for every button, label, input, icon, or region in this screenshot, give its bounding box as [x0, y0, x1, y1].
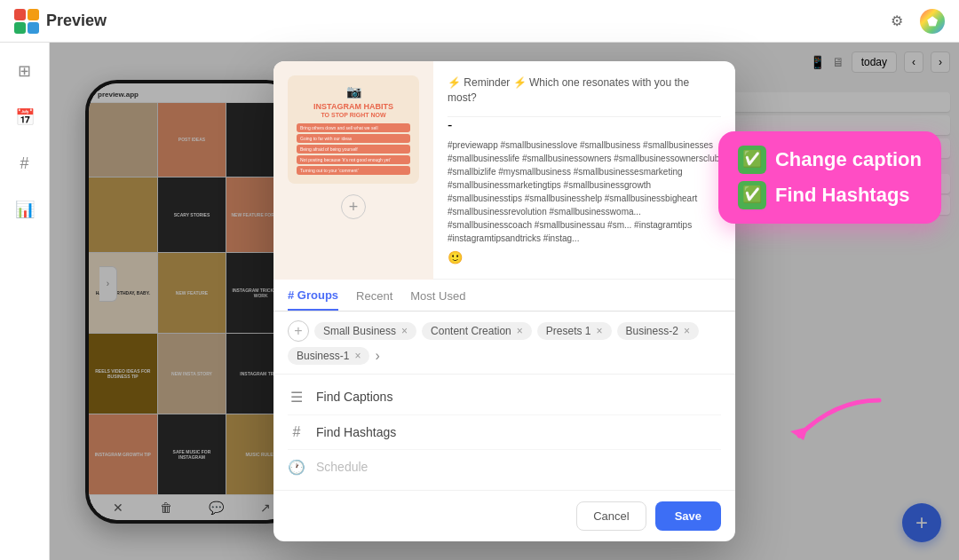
- callout-text-2: Find Hashtags: [775, 183, 910, 209]
- more-tags-button[interactable]: ›: [375, 348, 379, 364]
- tag-chip-presets-1: Presets 1 ×: [537, 322, 612, 340]
- tag-label-small-business: Small Business: [323, 325, 396, 337]
- tag-chip-business-1: Business-1 ×: [288, 347, 369, 365]
- schedule-icon: 🕐: [288, 459, 305, 476]
- tag-label-presets-1: Presets 1: [546, 325, 591, 337]
- modal-image-section: 📷 INSTAGRAM HABITS TO STOP RIGHT NOW Bri…: [273, 61, 433, 280]
- post-card: 📷 INSTAGRAM HABITS TO STOP RIGHT NOW Bri…: [288, 75, 419, 184]
- sidebar-icon-hashtag[interactable]: #: [11, 149, 39, 177]
- post-card-item-4: Not posting because 'it's not good enoug…: [297, 155, 410, 164]
- schedule-item[interactable]: 🕐 Schedule: [288, 450, 721, 485]
- post-card-item-5: Turning out to your 'comment': [297, 166, 410, 175]
- post-card-item-2: Going to far with our ideas: [297, 134, 410, 143]
- tab-groups[interactable]: # Groups: [288, 288, 338, 311]
- find-captions-item[interactable]: ☰ Find Captions: [288, 380, 721, 415]
- tag-label-content-creation: Content Creation: [431, 325, 511, 337]
- hashtag-icon: #: [288, 424, 305, 440]
- sidebar-icon-grid[interactable]: ⊞: [11, 57, 39, 85]
- modal-footer: Cancel Save: [273, 490, 735, 541]
- instagram-icon: 📷: [297, 84, 410, 99]
- tag-remove-small-business[interactable]: ×: [401, 325, 408, 337]
- tag-remove-business-2[interactable]: ×: [684, 325, 690, 337]
- app-logo: Preview: [14, 9, 107, 34]
- modal-dialog: 📷 INSTAGRAM HABITS TO STOP RIGHT NOW Bri…: [273, 61, 735, 541]
- tag-chip-content-creation: Content Creation ×: [422, 322, 532, 340]
- tag-chip-business-2: Business-2 ×: [617, 322, 699, 340]
- modal-tags-row: + Small Business × Content Creation × Pr…: [273, 312, 735, 375]
- add-tag-button[interactable]: +: [288, 320, 309, 342]
- modal-overlay: 📷 INSTAGRAM HABITS TO STOP RIGHT NOW Bri…: [50, 43, 959, 560]
- modal-caption-section: ⚡ Reminder ⚡ Which one resonates with yo…: [433, 61, 735, 280]
- topbar: Preview ⚙ ⬟: [0, 0, 959, 43]
- callout-text-1: Change caption: [775, 147, 922, 173]
- sidebar-icon-calendar[interactable]: 📅: [11, 103, 39, 131]
- emoji-button[interactable]: 🙂: [448, 250, 463, 264]
- save-button[interactable]: Save: [655, 501, 721, 531]
- sidebar-icon-analytics[interactable]: 📊: [11, 195, 39, 224]
- tag-chip-small-business: Small Business ×: [314, 322, 416, 340]
- modal-tabs: # Groups Recent Most Used: [273, 280, 735, 312]
- check-icon-2: ✅: [738, 181, 766, 209]
- caption-divider: -: [448, 116, 721, 133]
- tag-remove-business-1[interactable]: ×: [354, 350, 361, 362]
- find-hashtags-label: Find Hashtags: [316, 425, 396, 439]
- tab-most-used[interactable]: Most Used: [410, 289, 465, 310]
- add-image-button[interactable]: +: [341, 194, 366, 219]
- settings-icon[interactable]: ⚙: [884, 9, 909, 34]
- check-icon-1: ✅: [738, 146, 766, 174]
- left-sidebar: ⊞ 📅 # 📊: [0, 43, 50, 560]
- callout-line-1: ✅ Change caption: [738, 146, 922, 174]
- app-title: Preview: [46, 12, 107, 30]
- captions-icon: ☰: [288, 389, 305, 406]
- schedule-label: Schedule: [316, 460, 368, 474]
- post-card-list: Bring others down and sell what we sell …: [297, 123, 410, 175]
- post-card-item-3: Being afraid of being yourself: [297, 145, 410, 154]
- main-layout: ⊞ 📅 # 📊 preview.app POST IDEAS SCARY STO…: [0, 43, 959, 560]
- tag-label-business-1: Business-1: [297, 350, 349, 362]
- logo-grid-icon: [14, 9, 39, 34]
- modal-top: 📷 INSTAGRAM HABITS TO STOP RIGHT NOW Bri…: [273, 61, 735, 280]
- modal-menu-items: ☰ Find Captions # Find Hashtags 🕐 Schedu…: [273, 375, 735, 490]
- caption-text[interactable]: #previewapp #smallbusinesslove #smallbus…: [448, 138, 721, 245]
- cancel-button[interactable]: Cancel: [576, 501, 646, 531]
- callout-bubble: ✅ Change caption ✅ Find Hashtags: [718, 131, 941, 224]
- tag-remove-content-creation[interactable]: ×: [517, 325, 523, 337]
- find-captions-label: Find Captions: [316, 390, 392, 404]
- post-card-item-1: Bring others down and sell what we sell: [297, 123, 410, 132]
- find-hashtags-item[interactable]: # Find Hashtags: [288, 415, 721, 450]
- caption-reminder: ⚡ Reminder ⚡ Which one resonates with yo…: [448, 75, 721, 106]
- palette-icon[interactable]: ⬟: [920, 9, 945, 34]
- caption-footer: 🙂: [448, 250, 721, 264]
- post-card-subtitle: TO STOP RIGHT NOW: [297, 112, 410, 118]
- svg-marker-0: [790, 427, 808, 440]
- arrow-icon: [781, 383, 888, 454]
- tag-remove-presets-1[interactable]: ×: [597, 325, 603, 337]
- tab-recent[interactable]: Recent: [356, 289, 392, 310]
- tag-label-business-2: Business-2: [626, 325, 678, 337]
- post-card-title: INSTAGRAM HABITS: [297, 102, 410, 112]
- topbar-actions: ⚙ ⬟: [884, 9, 945, 34]
- content-area: preview.app POST IDEAS SCARY STORIES NEW…: [50, 43, 959, 560]
- callout-line-2: ✅ Find Hashtags: [738, 181, 922, 209]
